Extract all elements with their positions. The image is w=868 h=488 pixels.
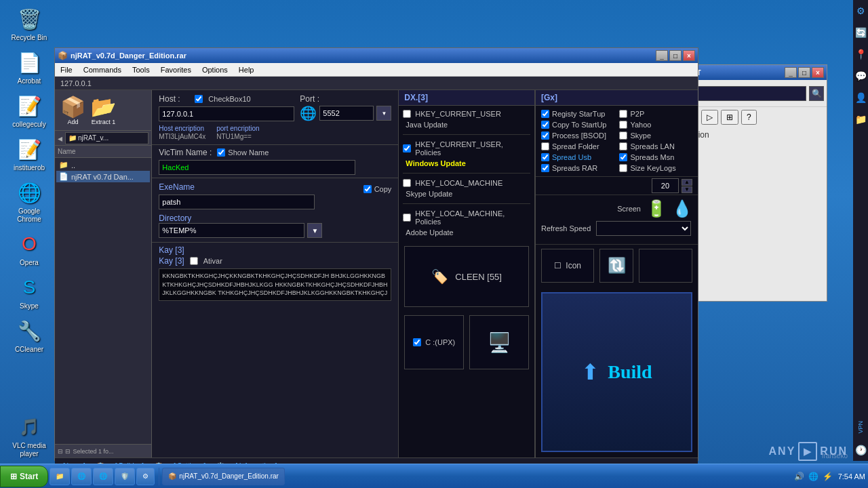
desktop-icon-vlc[interactable]: 🎵 VLC media player [5,413,53,458]
cb-spreads-lan[interactable] [619,142,627,150]
taskbar-rat-window[interactable]: 📦 njRAT_v0.7d_Danger_Edition.rar [162,468,285,485]
checkbox-host[interactable] [195,95,203,103]
refresh-arrows-icon: 🔃 [608,257,626,274]
nav-back-arrow[interactable]: ◂ [58,133,62,144]
dir-input[interactable] [159,223,304,238]
taskbar-ie[interactable]: 🌐 [71,468,92,485]
file-list[interactable]: 📁 .. 📄 njRAT v0.7d Dan... [55,158,151,444]
edition-close-button[interactable]: × [812,67,824,78]
port-input[interactable] [319,106,374,121]
vpn-icon-5: 👤 [855,92,867,103]
show-name-checkbox[interactable] [217,148,225,157]
vpn-label[interactable]: VPN [857,421,864,434]
screen-header: Screen 🔋 💧 [541,199,692,218]
dx-checkbox-hklm-policies[interactable] [403,214,411,222]
cb-spreads-rar[interactable] [541,164,549,172]
taskbar-extra-btn[interactable]: ⚙ [136,468,155,485]
ip-address: 127.0.0.1 [60,79,92,87]
desktop-icon-instituerob[interactable]: 📝 instituerob [5,136,53,172]
icon-label: Icon [566,261,581,270]
upx-item-right[interactable]: 🖥️ [469,315,529,369]
taskbar-security-btn[interactable]: 🛡️ [115,468,135,485]
cb-spread-usb[interactable] [541,153,549,161]
cleen-box[interactable]: 🏷️ CLEEN [55] [404,246,529,307]
desktop-icon-ccleaner[interactable]: 🔧 CCleaner [5,317,53,354]
build-button[interactable]: ⬆ Build [541,292,692,452]
vpn-bottom-icon: 🕐 [855,445,867,455]
label-registry-startup: Registy StarTup [552,110,605,118]
desktop-icon-acrobat[interactable]: 📄 Acrobat [5,49,53,85]
rat-restore-button[interactable]: □ [669,50,682,61]
keylogs-down-button[interactable]: ▼ [682,186,692,193]
exe-subsection: ExeName Directory ▼ [159,182,357,238]
taskbar-file-explorer[interactable]: 📁 [50,468,70,485]
cb-process-bsod[interactable] [541,131,549,140]
nav-path-label: 📁 [68,134,77,142]
vpn-icon-2: 🔄 [855,27,867,38]
upx-item-left[interactable]: C :(UPX) [404,315,464,369]
refresh-select[interactable] [596,221,691,236]
status-icons: ⊟ ⊟ [58,448,71,455]
upx-checkbox[interactable] [413,338,421,346]
edition-search-button[interactable]: 🔍 [809,86,824,101]
anyrun-text-any: ANY [769,445,796,458]
menu-help[interactable]: Help [236,65,257,75]
cb-p2p[interactable] [619,110,627,118]
extract-toolbar-btn[interactable]: 📂 Extract 1 [91,95,116,125]
edition-minimize-button[interactable]: _ [785,67,797,78]
menu-file[interactable]: File [58,65,75,75]
cb-yahoo[interactable] [619,121,627,129]
host-input[interactable] [159,106,294,121]
file-item-njrat[interactable]: 📄 njRAT v0.7d Dan... [56,171,150,182]
port-dropdown[interactable]: ▼ [376,106,391,121]
copy-checkbox[interactable] [363,185,372,193]
cb-registry-startup[interactable] [541,110,549,118]
gx-checkboxes: Registy StarTup P2P Copy To StartUp Yaho… [536,106,698,177]
dx-item-hklm: HKEY_LOCAL_MACHINE [403,179,530,187]
edition-search-input[interactable] [682,86,806,101]
file-item-parent[interactable]: 📁 .. [56,159,150,171]
icon-box[interactable]: ☐ Icon [541,249,595,283]
rat-window-icon: 📦 [58,51,68,60]
edition-maximize-button[interactable]: □ [798,67,810,78]
gx-cb-p2p: P2P [619,110,692,118]
dx-checkbox-hkcu-policies[interactable] [403,144,411,152]
cb-spread-folder[interactable] [541,142,549,150]
add-toolbar-btn[interactable]: 📦 Add [60,95,85,125]
ativar-checkbox[interactable] [190,257,198,265]
key-data-box: KKNGBKTKHKGHÇJHÇKKNGBKTKHKGHÇJHÇSDHKDFJH… [159,268,391,301]
cb-spreads-msn[interactable] [619,153,627,161]
icon-build-section: ☐ Icon 🔃 [536,245,698,287]
desktop-icon-skype[interactable]: S Skype [5,274,53,310]
build-arrow-icon: ⬆ [581,359,599,385]
start-button[interactable]: ⊞ Start [0,466,48,487]
menu-tools[interactable]: Tools [130,65,153,75]
victim-name-input[interactable] [159,160,355,175]
edition-toolbar-btn2[interactable]: ▷ [701,110,718,125]
exe-input[interactable] [159,195,315,209]
keylogs-up-button[interactable]: ▲ [682,179,692,186]
desktop-icon-chrome[interactable]: 🌐 Google Chrome [5,179,53,224]
edition-toolbar-btn3[interactable]: ⊞ [721,110,738,125]
dx-checkbox-hklm[interactable] [403,179,411,187]
desktop-icon-recycle-bin[interactable]: 🗑️ Recycle Bin [5,5,53,42]
desktop-icon-opera[interactable]: O Opera [5,230,53,267]
dir-dropdown[interactable]: ▼ [307,223,322,238]
security-taskbar-icon: 🛡️ [121,472,129,480]
label-copy-startup: Copy To StartUp [552,121,607,129]
size-keylogs-input[interactable] [652,178,679,193]
refresh-icon-button[interactable]: 🔃 [599,249,633,283]
cb-size-keylogs[interactable] [619,164,627,172]
dx-checkbox-hkcu[interactable] [403,110,411,118]
taskbar-chrome-btn[interactable]: 🌐 [93,468,113,485]
rat-close-button[interactable]: × [683,50,695,61]
desktop-icon-college[interactable]: 📝 collegeculy [5,92,53,129]
menu-commands[interactable]: Commands [81,65,124,75]
cb-copy-startup[interactable] [541,121,549,129]
cb-skype[interactable] [619,131,627,140]
edition-toolbar-btn4[interactable]: ? [741,110,757,125]
rat-minimize-button[interactable]: _ [656,50,668,61]
center-panel: Host : CheckBox10 Port : 🌐 ▼ [152,90,398,458]
menu-favorites[interactable]: Favorites [158,65,194,75]
menu-options[interactable]: Options [199,65,231,75]
